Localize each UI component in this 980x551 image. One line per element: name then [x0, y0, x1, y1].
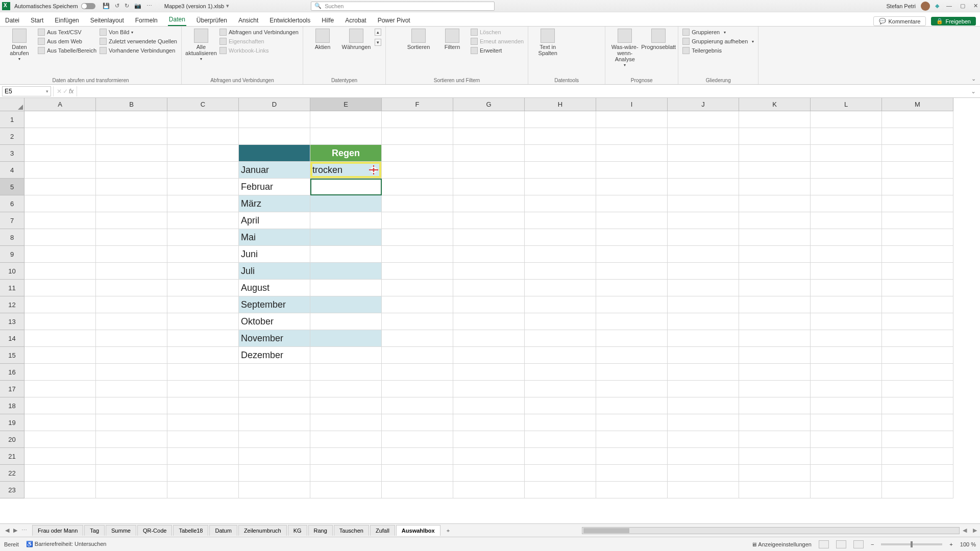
cell-C19[interactable] [167, 414, 239, 431]
column-header-M[interactable]: M [882, 98, 953, 111]
cell-L4[interactable] [811, 162, 882, 179]
cell-K13[interactable] [739, 313, 811, 330]
cell-F12[interactable] [382, 296, 453, 313]
cell-J20[interactable] [668, 431, 739, 448]
cell-K12[interactable] [739, 296, 811, 313]
cell-M13[interactable] [882, 313, 953, 330]
cell-G14[interactable] [453, 330, 525, 347]
sheet-tab-summe[interactable]: Summe [106, 525, 136, 536]
cell-I13[interactable] [596, 313, 668, 330]
tab-ueberpruefen[interactable]: Überprüfen [195, 15, 228, 26]
cell-I8[interactable] [596, 229, 668, 246]
cell-A23[interactable] [24, 482, 96, 498]
cell-K3[interactable] [739, 145, 811, 162]
cell-G8[interactable] [453, 229, 525, 246]
sheet-nav-next-icon[interactable]: ▶ [13, 527, 17, 534]
cell-J10[interactable] [668, 263, 739, 280]
cell-A21[interactable] [24, 448, 96, 465]
expand-formula-icon[interactable]: ⌄ [967, 88, 980, 95]
cell-F9[interactable] [382, 246, 453, 263]
cell-A13[interactable] [24, 313, 96, 330]
column-header-A[interactable]: A [24, 98, 96, 111]
column-header-L[interactable]: L [811, 98, 882, 111]
from-text-csv[interactable]: Aus Text/CSV [38, 29, 96, 36]
select-all-corner[interactable] [0, 98, 24, 111]
cell-H5[interactable] [525, 179, 596, 195]
cell-C1[interactable] [167, 111, 239, 128]
datatypes-down-icon[interactable]: ▾ [375, 39, 381, 46]
cell-D4[interactable]: Januar [239, 162, 310, 179]
row-header-12[interactable]: 12 [0, 296, 24, 313]
cell-L5[interactable] [811, 179, 882, 195]
cell-F23[interactable] [382, 482, 453, 498]
row-header-4[interactable]: 4 [0, 162, 24, 179]
minimize-icon[interactable]: — [946, 3, 952, 9]
cell-L3[interactable] [811, 145, 882, 162]
cell-G22[interactable] [453, 465, 525, 482]
cell-B14[interactable] [96, 330, 167, 347]
cell-M3[interactable] [882, 145, 953, 162]
sheet-tab-tauschen[interactable]: Tauschen [334, 525, 369, 536]
cell-H1[interactable] [525, 111, 596, 128]
whatif-button[interactable]: Was-wäre-wenn-Analyse▾ [609, 29, 640, 68]
cell-H18[interactable] [525, 397, 596, 414]
cell-L11[interactable] [811, 280, 882, 296]
cell-B8[interactable] [96, 229, 167, 246]
cell-C13[interactable] [167, 313, 239, 330]
cell-J16[interactable] [668, 364, 739, 381]
toggle-switch-icon[interactable] [81, 3, 95, 9]
cell-M4[interactable] [882, 162, 953, 179]
cell-I9[interactable] [596, 246, 668, 263]
cell-F8[interactable] [382, 229, 453, 246]
cell-D17[interactable] [239, 381, 310, 397]
cell-C17[interactable] [167, 381, 239, 397]
cell-A11[interactable] [24, 280, 96, 296]
cell-M1[interactable] [882, 111, 953, 128]
cell-M19[interactable] [882, 414, 953, 431]
sort-az-icon[interactable] [390, 29, 400, 38]
redo-icon[interactable]: ↻ [125, 3, 129, 9]
cell-E3[interactable]: Regen [310, 145, 382, 162]
row-header-23[interactable]: 23 [0, 482, 24, 498]
cell-K4[interactable] [739, 162, 811, 179]
from-image[interactable]: Von Bild▾ [100, 29, 177, 36]
cell-M21[interactable] [882, 448, 953, 465]
cell-B23[interactable] [96, 482, 167, 498]
undo-icon[interactable]: ↺ [115, 3, 119, 9]
chevron-down-icon[interactable]: ▾ [46, 89, 48, 94]
cell-K19[interactable] [739, 414, 811, 431]
cell-H17[interactable] [525, 381, 596, 397]
cell-G4[interactable] [453, 162, 525, 179]
cell-C11[interactable] [167, 280, 239, 296]
cell-F11[interactable] [382, 280, 453, 296]
cell-L8[interactable] [811, 229, 882, 246]
sheet-tab-rang[interactable]: Rang [308, 525, 333, 536]
cell-J1[interactable] [668, 111, 739, 128]
cell-B11[interactable] [96, 280, 167, 296]
tab-daten[interactable]: Daten [168, 14, 186, 26]
cell-B21[interactable] [96, 448, 167, 465]
from-table[interactable]: Aus Tabelle/Bereich [38, 47, 96, 54]
sort-za-icon[interactable] [390, 40, 400, 49]
sort-button[interactable]: Sortieren [403, 29, 434, 50]
sheet-tab-zeilenumbruch[interactable]: Zeilenumbruch [238, 525, 287, 536]
cell-J8[interactable] [668, 229, 739, 246]
cell-I22[interactable] [596, 465, 668, 482]
cell-A12[interactable] [24, 296, 96, 313]
filter-button[interactable]: Filtern [437, 29, 468, 50]
cell-D5[interactable]: Februar [239, 179, 310, 195]
cell-D20[interactable] [239, 431, 310, 448]
cell-E20[interactable] [310, 431, 382, 448]
column-header-H[interactable]: H [525, 98, 596, 111]
cell-G7[interactable] [453, 212, 525, 229]
cell-M5[interactable] [882, 179, 953, 195]
cell-C7[interactable] [167, 212, 239, 229]
existing-connections[interactable]: Vorhandene Verbindungen [100, 47, 177, 54]
tab-ansicht[interactable]: Ansicht [237, 15, 259, 26]
tab-start[interactable]: Start [30, 15, 44, 26]
row-header-2[interactable]: 2 [0, 128, 24, 145]
cell-C20[interactable] [167, 431, 239, 448]
cell-E22[interactable] [310, 465, 382, 482]
column-header-I[interactable]: I [596, 98, 668, 111]
row-header-21[interactable]: 21 [0, 448, 24, 465]
